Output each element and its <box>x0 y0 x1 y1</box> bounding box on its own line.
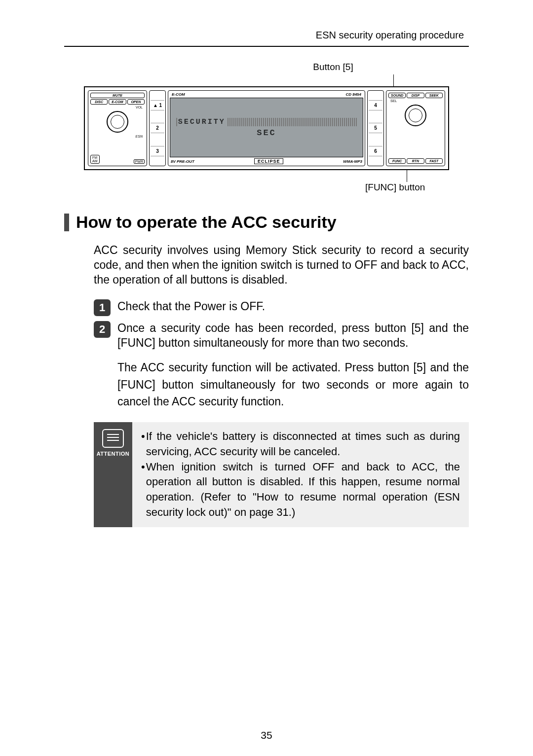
device-diagram: Button [5] MUTE DISC E-COM OPEN VOL ESN … <box>84 62 454 193</box>
preout-label: 8V PRE-OUT <box>171 159 194 164</box>
section-heading: How to operate the ACC security <box>64 213 469 232</box>
page-number: 35 <box>0 729 533 741</box>
numcol-right: 4 5 6 <box>367 90 384 166</box>
rtn-button: RTN <box>407 158 424 164</box>
preset-6: 6 <box>369 146 382 156</box>
vol-label: VOL <box>90 106 145 109</box>
step-2: 2 Once a security code has been recorded… <box>94 321 469 351</box>
step-1-text: Check that the Power is OFF. <box>117 299 469 314</box>
section-title-text: How to operate the ACC security <box>76 213 337 232</box>
attention-bullet-2: When ignition switch is turned OFF and b… <box>146 460 460 520</box>
mute-button: MUTE <box>90 93 145 98</box>
preset-4: 4 <box>369 100 382 110</box>
disc-button: DISC <box>90 99 108 105</box>
open-button: OPEN <box>127 99 145 105</box>
disp-button: DISP <box>407 93 424 98</box>
panel-right: SOUND DISP SEEK SEL FUNC RTN FAST <box>386 90 445 166</box>
numcol-left: ▲ 1 2 3 <box>149 90 166 166</box>
title-bar-icon <box>64 214 69 231</box>
wma-label: WMA·MP3 <box>343 159 362 164</box>
callout-line-top <box>393 74 394 86</box>
callout-button5: Button [5] <box>212 62 454 72</box>
lcd-line2: SEC <box>257 128 276 138</box>
lcd-display: SECURITY SEC <box>170 98 363 157</box>
callout-line-bottom <box>407 170 407 182</box>
car-stereo-panel: MUTE DISC E-COM OPEN VOL ESN FM AM PWR ▲… <box>84 86 449 170</box>
book-icon <box>102 429 124 448</box>
seek-button: SEEK <box>425 93 443 98</box>
step-badge-2: 2 <box>94 321 111 338</box>
brand-label: E-COM <box>172 92 185 97</box>
preset-1: ▲ 1 <box>151 100 164 110</box>
bullet-icon: • <box>141 429 145 460</box>
func-button: FUNC <box>388 158 406 164</box>
select-knob <box>405 105 426 126</box>
attention-box: ATTENTION •If the vehicle's battery is d… <box>94 422 469 527</box>
header-rule <box>64 46 469 47</box>
fast-button: FAST <box>425 158 443 164</box>
step-badge-1: 1 <box>94 299 111 316</box>
lcd-line1: SECURITY <box>178 118 228 126</box>
callout-func: [FUNC] button <box>365 182 454 193</box>
sel-label: SEL <box>388 99 443 103</box>
pwr-button: PWR <box>134 159 145 164</box>
volume-knob <box>107 111 128 133</box>
am-label: AM <box>92 159 98 163</box>
esn-label: ESN <box>90 135 145 138</box>
attention-body: •If the vehicle's battery is disconnecte… <box>132 422 469 527</box>
preset-2: 2 <box>151 123 164 133</box>
panel-center: E-COM CD 8454 SECURITY SEC 8V PRE-OUT EC… <box>168 90 365 166</box>
attention-bullet-1: If the vehicle's battery is disconnected… <box>146 429 460 460</box>
eject-icon: ▲ <box>153 103 158 108</box>
model-label: CD 8454 <box>345 92 361 97</box>
header-title: ESN security operating procedure <box>64 30 469 41</box>
fm-am-button: FM AM <box>90 155 100 164</box>
ecom-button: E-COM <box>109 99 126 105</box>
intro-paragraph: ACC security involves using Memory Stick… <box>94 243 469 288</box>
bullet-icon: • <box>141 460 145 520</box>
fm-label: FM <box>92 156 98 159</box>
n1-label: 1 <box>159 103 162 108</box>
preset-5: 5 <box>369 123 382 133</box>
preset-3: 3 <box>151 146 164 156</box>
attention-sidebar: ATTENTION <box>94 422 132 527</box>
eclipse-label: ECLIPSE <box>254 158 284 164</box>
step-2-text: Once a security code has been recorded, … <box>117 321 469 351</box>
panel-left: MUTE DISC E-COM OPEN VOL ESN FM AM PWR <box>88 90 147 166</box>
sound-button: SOUND <box>388 93 406 98</box>
step-1: 1 Check that the Power is OFF. <box>94 299 469 316</box>
step-2-detail: The ACC security function will be activa… <box>117 359 469 410</box>
attention-label: ATTENTION <box>97 451 130 457</box>
